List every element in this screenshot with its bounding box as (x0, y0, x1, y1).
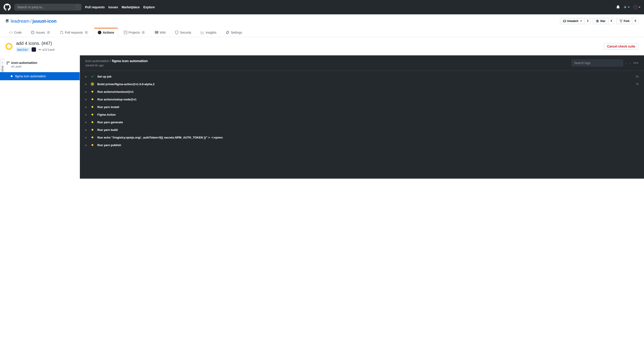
chevron-right-icon[interactable]: ▶ (85, 144, 88, 146)
fork-icon (619, 19, 623, 23)
gear-icon (226, 31, 229, 34)
repo-header: leadream / juuust-icon Unwatch 2 Star 4 … (0, 14, 644, 37)
branch-badge[interactable]: master (16, 48, 29, 52)
workflow-group[interactable]: icon-automation on: push (0, 59, 80, 70)
global-search-input[interactable] (14, 4, 82, 11)
logs-panel: icon-automation / figma icon automation … (80, 55, 644, 179)
chevron-right-icon[interactable]: ▶ (85, 129, 88, 131)
chevron-right-icon[interactable]: ▶ (85, 106, 88, 108)
pending-icon (91, 143, 94, 147)
workflow-icon (6, 61, 10, 65)
repo-owner-link[interactable]: leadream (11, 19, 29, 24)
pending-icon (91, 90, 94, 93)
commit-sha-link[interactable]: a221aa4 (38, 48, 54, 51)
tab-code[interactable]: Code (5, 28, 25, 37)
log-step-row[interactable]: ▶Run echo "//registry.npmjs.org/:_authTo… (80, 134, 644, 141)
chevron-right-icon[interactable]: ▶ (85, 75, 88, 78)
book-icon (155, 31, 158, 34)
pending-icon (91, 97, 94, 101)
step-name: Run yarn generate (97, 121, 636, 124)
unwatch-button[interactable]: Unwatch (560, 18, 585, 24)
pending-icon (91, 120, 94, 124)
caret-down-icon (639, 7, 640, 8)
tab-actions[interactable]: Actions (94, 28, 118, 37)
global-search-wrap: / (14, 4, 82, 11)
log-step-row[interactable]: ▶Run yarn build (80, 126, 644, 134)
log-step-row[interactable]: ▶Run yarn install (80, 103, 644, 111)
code-icon (9, 31, 13, 34)
chevron-right-icon[interactable]: ▶ (85, 83, 88, 85)
notifications-icon[interactable] (616, 5, 620, 9)
log-steps-list: ▶Set up job2s▶Build primer/figma-action@… (80, 71, 644, 151)
chevron-right-icon[interactable]: ▶ (85, 113, 88, 116)
repo-icon (5, 19, 9, 23)
pending-icon (91, 128, 94, 131)
log-step-row[interactable]: ▶Run yarn publish (80, 141, 644, 149)
step-name: Set up job (97, 75, 632, 78)
run-title: add 4 icons. (#47) (16, 41, 54, 46)
log-step-row[interactable]: ▶Figma Action (80, 111, 644, 118)
commit-author-avatar[interactable] (32, 47, 36, 52)
chevron-right-icon[interactable]: ▶ (85, 91, 88, 93)
create-new-menu[interactable] (624, 5, 630, 9)
step-name: Run actions/checkout@v1 (97, 90, 636, 93)
chevron-right-icon[interactable]: ▶ (85, 98, 88, 101)
tab-issues[interactable]: Issues0 (27, 28, 54, 37)
pending-icon (91, 105, 94, 109)
workflow-trigger: on: push (11, 65, 75, 68)
star-button[interactable]: Star (593, 18, 608, 24)
tab-insights[interactable]: Insights (197, 28, 220, 37)
logs-header: icon-automation / figma icon automation … (80, 55, 644, 71)
chevron-right-icon[interactable]: ▶ (85, 121, 88, 123)
repo-title: leadream / juuust-icon (5, 19, 56, 24)
nav-explore[interactable]: Explore (143, 5, 154, 9)
nav-pull-requests[interactable]: Pull requests (85, 5, 105, 9)
global-nav: Pull requests Issues Marketplace Explore (85, 5, 155, 9)
log-step-row[interactable]: ▶Run yarn generate (80, 118, 644, 126)
tab-settings[interactable]: Settings (222, 28, 246, 37)
run-status-icon (5, 43, 12, 50)
github-logo-icon[interactable] (4, 4, 11, 11)
tab-wiki[interactable]: Wiki (151, 28, 170, 37)
step-name: Figma Action (97, 113, 636, 116)
star-count[interactable]: 4 (608, 18, 615, 24)
fork-button[interactable]: Fork (616, 18, 632, 24)
nav-issues[interactable]: Issues (108, 5, 118, 9)
logs-menu-icon[interactable]: ••• (634, 61, 639, 65)
tab-security[interactable]: Security (171, 28, 195, 37)
check-icon (91, 75, 94, 78)
logs-search-input[interactable] (572, 60, 623, 66)
fork-count[interactable]: 0 (632, 18, 639, 24)
pr-icon (60, 31, 64, 34)
caret-down-icon (580, 21, 582, 22)
tab-pull-requests[interactable]: Pull requests0 (56, 28, 92, 37)
logs-next-icon[interactable]: › (630, 61, 631, 65)
global-header: / Pull requests Issues Marketplace Explo… (0, 0, 644, 14)
step-name: Run actions/setup-node@v1 (97, 98, 636, 101)
step-name: Run yarn publish (97, 143, 636, 147)
logs-breadcrumb: icon-automation / figma icon automation (85, 59, 148, 63)
log-step-row[interactable]: ▶Set up job2s (80, 73, 644, 80)
repo-tabs: Code Issues0 Pull requests0 Actions Proj… (5, 28, 639, 37)
projects-icon (124, 31, 127, 34)
pending-icon (91, 113, 94, 116)
svg-point-3 (40, 49, 40, 50)
user-menu[interactable] (633, 5, 640, 10)
log-step-row[interactable]: ▶Run actions/checkout@v1 (80, 88, 644, 95)
job-status-dot (11, 75, 12, 77)
repo-name-link[interactable]: juuust-icon (32, 19, 56, 24)
logs-prev-icon[interactable]: ‹ (626, 61, 627, 65)
sidebar-job-figma[interactable]: figma icon automation (0, 72, 80, 80)
topbar-right (616, 5, 640, 10)
log-step-row[interactable]: ▶Build primer/figma-action@v1.0.0-alpha.… (80, 80, 644, 88)
log-step-row[interactable]: ▶Run actions/setup-node@v1 (80, 95, 644, 103)
caret-down-icon (628, 7, 630, 8)
cancel-check-suite-button[interactable]: Cancel check suite (604, 43, 639, 50)
chevron-right-icon[interactable]: ▶ (85, 136, 88, 139)
tab-projects[interactable]: Projects0 (120, 28, 149, 37)
watch-count[interactable]: 2 (585, 18, 591, 24)
repo-actions: Unwatch 2 Star 4 Fork 0 (560, 18, 639, 24)
jobs-sidebar: icon-automation on: push figma icon auto… (0, 55, 80, 179)
nav-marketplace[interactable]: Marketplace (122, 5, 140, 9)
issue-icon (31, 31, 34, 34)
